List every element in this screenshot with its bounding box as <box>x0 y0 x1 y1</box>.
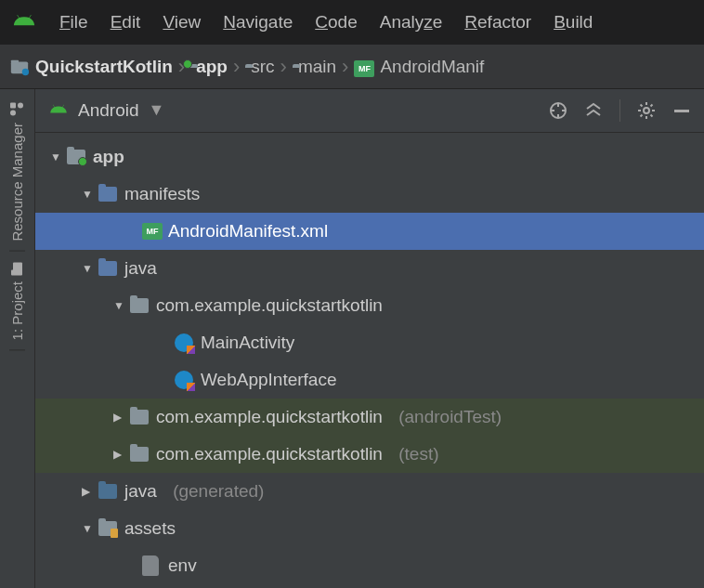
tree-node-manifests[interactable]: ▼ manifests <box>35 176 704 213</box>
tree-node-app[interactable]: ▼ app <box>35 138 704 176</box>
tree-node-webappinterface[interactable]: WebAppInterface <box>35 361 704 399</box>
menu-refactor[interactable]: Refactor <box>464 12 531 33</box>
tree-node-env[interactable]: env <box>35 547 704 584</box>
project-tab-icon <box>10 261 25 276</box>
project-tree[interactable]: ▼ app ▼ manifests MF AndroidManifest.xml… <box>35 133 704 588</box>
tree-node-package-test[interactable]: ▶ com.example.quickstartkotlin (test) <box>35 436 704 473</box>
dropdown-arrow-icon[interactable]: ▼ <box>149 100 165 120</box>
menu-code[interactable]: Code <box>315 12 357 33</box>
minimize-icon[interactable] <box>672 101 691 120</box>
tree-node-package-main[interactable]: ▼ com.example.quickstartkotlin <box>35 287 704 324</box>
left-tool-strip: Resource Manager 1: Project <box>0 89 35 588</box>
expand-arrow-icon[interactable]: ▼ <box>82 188 93 201</box>
menu-file[interactable]: File <box>59 12 88 33</box>
chevron-right-icon: › <box>342 55 348 79</box>
crumb-main[interactable]: main <box>293 57 336 77</box>
manifest-icon: MF <box>354 56 374 77</box>
text-file-icon <box>142 555 163 576</box>
manifest-file-icon: MF <box>142 223 163 240</box>
svg-point-3 <box>11 111 17 116</box>
svg-rect-1 <box>11 59 19 63</box>
folder-icon <box>98 187 119 202</box>
crumb-app[interactable]: app <box>190 57 228 77</box>
crumb-project[interactable]: QuickstartKotlin <box>9 57 173 77</box>
package-icon <box>130 298 150 313</box>
view-selector[interactable]: Android <box>78 100 139 121</box>
menu-edit[interactable]: Edit <box>111 12 141 33</box>
expand-arrow-icon[interactable]: ▶ <box>82 485 93 498</box>
tree-node-java-generated[interactable]: ▶ java (generated) <box>35 473 704 510</box>
crumb-src[interactable]: src <box>245 57 274 77</box>
target-icon[interactable] <box>549 101 567 120</box>
chevron-right-icon: › <box>280 55 287 79</box>
main-menu-bar: File Edit View Navigate Code Analyze Ref… <box>0 0 704 45</box>
resource-manager-icon <box>10 102 25 117</box>
project-pane: Android ▼ <box>35 89 704 588</box>
crumb-manifest[interactable]: MF AndroidManif <box>354 56 484 77</box>
breadcrumb: QuickstartKotlin › app › src › main › MF… <box>0 45 704 89</box>
package-icon <box>130 410 150 425</box>
tree-node-assets[interactable]: ▼ assets <box>35 510 704 547</box>
svg-rect-6 <box>14 262 23 275</box>
svg-rect-10 <box>674 110 689 112</box>
chevron-right-icon: › <box>233 55 240 79</box>
package-icon <box>130 447 150 462</box>
generated-folder-icon <box>98 484 119 499</box>
menu-build[interactable]: Build <box>554 12 593 33</box>
kotlin-class-icon <box>175 333 195 352</box>
svg-point-2 <box>22 68 29 74</box>
module-folder-icon <box>67 150 87 164</box>
project-pane-header: Android ▼ <box>35 89 704 133</box>
assets-folder-icon <box>98 521 119 536</box>
svg-point-4 <box>19 103 24 109</box>
expand-arrow-icon[interactable]: ▼ <box>50 150 61 163</box>
tool-tab-project[interactable]: 1: Project <box>9 252 25 350</box>
tree-node-java[interactable]: ▼ java <box>35 250 704 287</box>
kotlin-class-icon <box>175 371 195 389</box>
expand-arrow-icon[interactable]: ▼ <box>113 299 124 312</box>
tree-node-androidmanifest[interactable]: MF AndroidManifest.xml <box>35 213 704 250</box>
gear-icon[interactable] <box>637 101 656 120</box>
menu-navigate[interactable]: Navigate <box>223 12 293 33</box>
android-icon <box>48 100 69 121</box>
android-studio-logo-icon <box>11 9 37 35</box>
menu-view[interactable]: View <box>163 12 201 33</box>
svg-rect-5 <box>11 103 17 109</box>
tree-node-mainactivity[interactable]: MainActivity <box>35 324 704 361</box>
menu-analyze[interactable]: Analyze <box>380 12 443 33</box>
expand-arrow-icon[interactable]: ▶ <box>113 448 124 461</box>
expand-arrow-icon[interactable]: ▼ <box>82 522 93 535</box>
collapse-all-icon[interactable] <box>584 101 603 120</box>
expand-arrow-icon[interactable]: ▶ <box>113 411 124 424</box>
folder-icon <box>98 261 119 276</box>
tree-node-package-androidtest[interactable]: ▶ com.example.quickstartkotlin (androidT… <box>35 399 704 436</box>
expand-arrow-icon[interactable]: ▼ <box>82 262 93 275</box>
divider <box>619 99 620 122</box>
project-icon <box>9 57 30 77</box>
tool-tab-resource-manager[interactable]: Resource Manager <box>9 93 25 252</box>
svg-point-9 <box>644 108 649 113</box>
